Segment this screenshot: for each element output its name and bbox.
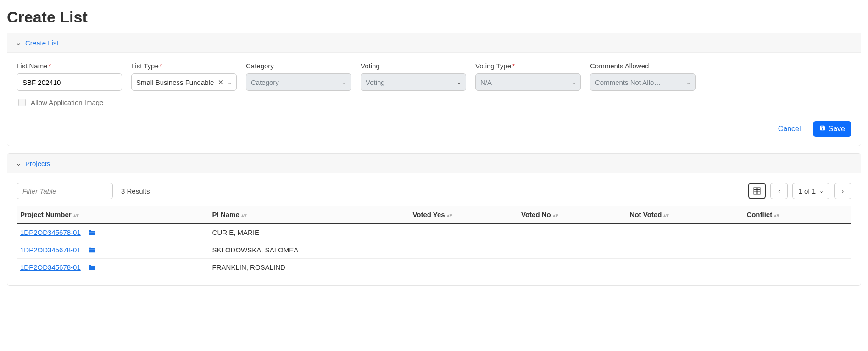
- projects-panel: ⌄ Projects 3 Results ‹: [7, 153, 861, 286]
- projects-table: Project Number▴▾ PI Name▴▾ Voted Yes▴▾ V…: [17, 206, 851, 276]
- list-name-label: List Name*: [17, 62, 122, 70]
- page-next-button[interactable]: ›: [834, 183, 851, 199]
- create-list-panel: ⌄ Create List List Name* List Type* Smal…: [7, 33, 861, 146]
- save-button[interactable]: Save: [813, 121, 851, 137]
- projects-header[interactable]: ⌄ Projects: [7, 154, 861, 173]
- svg-rect-0: [754, 188, 761, 194]
- voting-type-select: N/A ⌄: [475, 73, 581, 91]
- not-voted-cell: [626, 241, 743, 259]
- chevron-down-icon: ⌄: [572, 79, 576, 85]
- chevron-down-icon: ⌄: [457, 79, 461, 85]
- page-prev-button[interactable]: ‹: [770, 183, 788, 199]
- voted-no-cell: [517, 259, 626, 276]
- allow-image-checkbox: [18, 99, 26, 106]
- voted-no-cell: [517, 241, 626, 259]
- voted-yes-cell: [409, 241, 517, 259]
- sort-icon: ▴▾: [553, 212, 558, 218]
- col-project-number[interactable]: Project Number▴▾: [17, 206, 209, 224]
- col-voted-no[interactable]: Voted No▴▾: [517, 206, 626, 224]
- pi-name-cell: SKLODOWSKA, SALOMEA: [209, 241, 409, 259]
- clear-icon[interactable]: ✕: [218, 79, 223, 85]
- list-type-select[interactable]: Small Business Fundable ✕ ⌄: [131, 73, 237, 91]
- not-voted-cell: [626, 259, 743, 276]
- save-icon: [819, 125, 826, 133]
- list-name-input[interactable]: [17, 73, 122, 91]
- grid-view-button[interactable]: [748, 183, 766, 199]
- voted-yes-cell: [409, 223, 517, 241]
- grid-icon: [753, 187, 761, 195]
- not-voted-cell: [626, 223, 743, 241]
- allow-image-label: Allow Application Image: [31, 99, 103, 106]
- table-row: 1DP2OD345678-01SKLODOWSKA, SALOMEA: [17, 241, 851, 259]
- conflict-cell: [743, 259, 851, 276]
- folder-open-icon[interactable]: [88, 263, 95, 271]
- col-conflict[interactable]: Conflict▴▾: [743, 206, 851, 224]
- table-row: 1DP2OD345678-01CURIE, MARIE: [17, 223, 851, 241]
- comments-select: Comments Not Allo… ⌄: [590, 73, 696, 91]
- sort-icon: ▴▾: [241, 212, 247, 218]
- voted-no-cell: [517, 223, 626, 241]
- create-list-header-label: Create List: [25, 39, 59, 47]
- project-number-link[interactable]: 1DP2OD345678-01: [20, 263, 81, 271]
- table-row: 1DP2OD345678-01FRANKLIN, ROSALIND: [17, 259, 851, 276]
- chevron-down-icon: ⌄: [228, 79, 232, 85]
- chevron-right-icon: ›: [842, 187, 844, 195]
- voting-select: Voting ⌄: [361, 73, 466, 91]
- list-type-label: List Type*: [131, 62, 237, 70]
- category-select: Category ⌄: [246, 73, 351, 91]
- page-indicator[interactable]: 1 of 1 ⌄: [792, 183, 829, 199]
- conflict-cell: [743, 241, 851, 259]
- chevron-down-icon: ⌄: [16, 159, 22, 167]
- sort-icon: ▴▾: [73, 212, 79, 218]
- col-pi-name[interactable]: PI Name▴▾: [209, 206, 409, 224]
- col-voted-yes[interactable]: Voted Yes▴▾: [409, 206, 517, 224]
- folder-open-icon[interactable]: [88, 228, 95, 236]
- pi-name-cell: FRANKLIN, ROSALIND: [209, 259, 409, 276]
- col-not-voted[interactable]: Not Voted▴▾: [626, 206, 743, 224]
- page-indicator-label: 1 of 1: [798, 187, 816, 195]
- chevron-down-icon: ⌄: [686, 79, 690, 85]
- chevron-left-icon: ‹: [778, 187, 780, 195]
- cancel-button[interactable]: Cancel: [775, 121, 804, 137]
- voting-label: Voting: [361, 62, 466, 70]
- results-count: 3 Results: [121, 187, 150, 195]
- category-label: Category: [246, 62, 351, 70]
- sort-icon: ▴▾: [663, 212, 669, 218]
- chevron-down-icon: ⌄: [342, 79, 346, 85]
- chevron-down-icon: ⌄: [819, 188, 823, 194]
- sort-icon: ▴▾: [774, 212, 779, 218]
- page-title: Create List: [7, 8, 861, 26]
- pi-name-cell: CURIE, MARIE: [209, 223, 409, 241]
- chevron-down-icon: ⌄: [16, 39, 22, 47]
- project-number-link[interactable]: 1DP2OD345678-01: [20, 228, 81, 236]
- filter-table-input[interactable]: [17, 183, 113, 199]
- voted-yes-cell: [409, 259, 517, 276]
- folder-open-icon[interactable]: [88, 246, 95, 254]
- create-list-header[interactable]: ⌄ Create List: [7, 33, 861, 53]
- project-number-link[interactable]: 1DP2OD345678-01: [20, 246, 81, 254]
- projects-header-label: Projects: [25, 160, 50, 167]
- voting-type-label: Voting Type*: [475, 62, 581, 70]
- conflict-cell: [743, 223, 851, 241]
- comments-label: Comments Allowed: [590, 62, 696, 70]
- sort-icon: ▴▾: [447, 212, 452, 218]
